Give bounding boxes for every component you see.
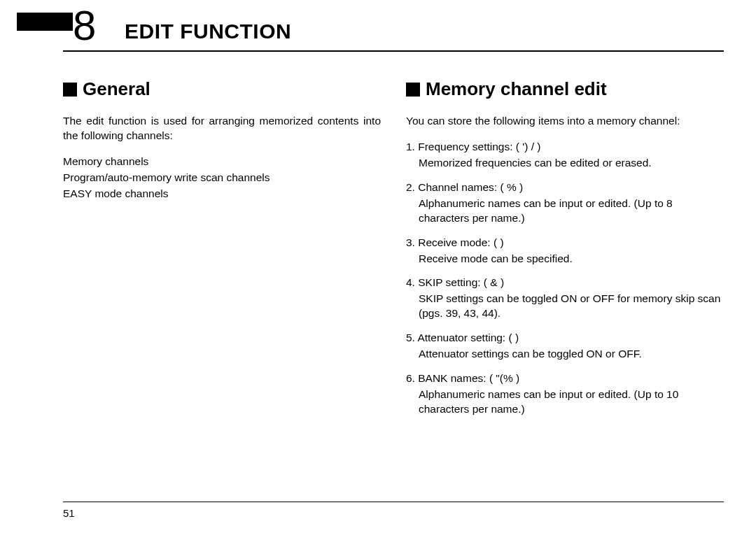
item-body: Receive mode can be specified.	[406, 252, 724, 266]
footer-rule	[63, 502, 724, 502]
item-head: 1. Frequency settings: ( ') / )	[406, 140, 724, 155]
section-heading-general: General	[63, 77, 381, 101]
left-column: General The edit function is used for ar…	[63, 77, 381, 491]
section-title: Memory channel edit	[426, 77, 607, 101]
chapter-title: EDIT FUNCTION	[125, 20, 291, 43]
item-body: Attenuator settings can be toggled ON or…	[406, 347, 724, 362]
item-head: 3. Receive mode: ( )	[406, 236, 724, 250]
chapter-tab	[17, 13, 73, 31]
manual-page: 8 EDIT FUNCTION General The edit functio…	[0, 0, 756, 533]
item-body: Alphanumeric names can be input or edite…	[406, 197, 724, 226]
square-bullet-icon	[63, 83, 77, 97]
memory-item: 5. Attenuator setting: ( ) Attenuator se…	[406, 331, 724, 362]
item-head: 5. Attenuator setting: ( )	[406, 331, 724, 346]
item-body: Memorized frequencies can be edited or e…	[406, 156, 724, 171]
general-intro: The edit function is used for arranging …	[63, 114, 381, 143]
general-list: Memory channels Program/auto-memory writ…	[63, 155, 381, 201]
list-item: EASY mode channels	[63, 187, 381, 201]
item-body: SKIP settings can be toggled ON or OFF f…	[406, 292, 724, 321]
item-head: 2. Channel names: ( % )	[406, 180, 724, 195]
list-item: Program/auto-memory write scan channels	[63, 171, 381, 185]
memory-item: 3. Receive mode: ( ) Receive mode can be…	[406, 236, 724, 266]
memory-intro: You can store the following items into a…	[406, 114, 724, 129]
header-rule	[63, 50, 724, 52]
chapter-number: 8	[73, 1, 94, 50]
item-body: Alphanumeric names can be input or edite…	[406, 388, 724, 417]
section-title: General	[83, 77, 150, 101]
square-bullet-icon	[406, 83, 420, 97]
item-head: 4. SKIP setting: ( & )	[406, 276, 724, 290]
content-columns: General The edit function is used for ar…	[63, 77, 724, 491]
memory-item: 4. SKIP setting: ( & ) SKIP settings can…	[406, 276, 724, 321]
list-item: Memory channels	[63, 155, 381, 169]
item-head: 6. BANK names: ( "(% )	[406, 371, 724, 386]
memory-item: 2. Channel names: ( % ) Alphanumeric nam…	[406, 180, 724, 226]
memory-item: 1. Frequency settings: ( ') / ) Memorize…	[406, 140, 724, 171]
page-number: 51	[63, 507, 75, 519]
right-column: Memory channel edit You can store the fo…	[406, 77, 724, 491]
memory-item: 6. BANK names: ( "(% ) Alphanumeric name…	[406, 371, 724, 417]
section-heading-memory: Memory channel edit	[406, 77, 724, 101]
